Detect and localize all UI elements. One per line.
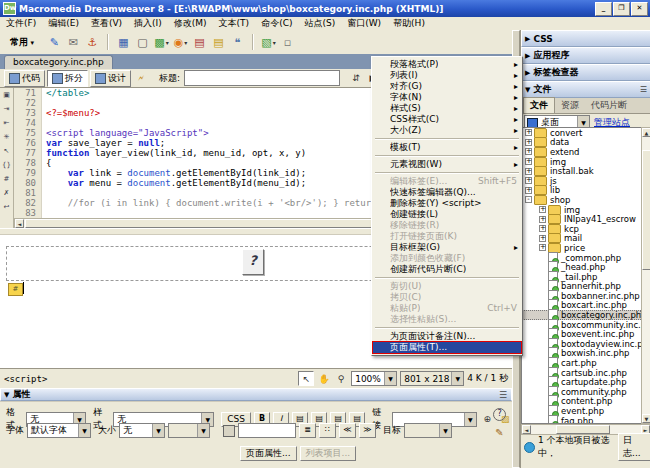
tree-item[interactable]: -shop — [522, 195, 641, 205]
expander-icon[interactable]: + — [525, 129, 532, 136]
tree-item[interactable]: _tail.php — [522, 272, 641, 282]
expander-icon[interactable]: + — [525, 168, 532, 175]
tree-item[interactable]: boxcommunity.inc.php — [522, 320, 641, 330]
context-menu-item[interactable]: 删除标签(Y) <script> — [373, 198, 521, 209]
restore-button[interactable]: ❐ — [613, 2, 630, 16]
tree-item[interactable]: cartupdate.php — [522, 377, 641, 387]
menubar-item[interactable]: 编辑(E) — [42, 17, 85, 30]
menubar-item[interactable]: 帮助(H) — [387, 17, 431, 30]
log-button[interactable]: 日志... — [618, 433, 650, 461]
tree-item[interactable]: cartsub.inc.php — [522, 368, 641, 378]
file-management-icon[interactable]: ⇵ — [348, 71, 364, 85]
panel-header-标签检查器[interactable]: ▶标签检查器 — [521, 64, 650, 81]
select-tool-icon[interactable]: ↖ — [298, 371, 314, 386]
context-menu-item[interactable]: 大小(Z) — [373, 125, 521, 136]
tag-selector[interactable]: <script> — [4, 374, 47, 384]
hyperlink-icon[interactable]: ✎ — [46, 34, 63, 51]
expander-icon[interactable]: + — [525, 177, 532, 184]
window-size-select[interactable]: 801 x 218▼ — [400, 371, 464, 386]
comment-icon[interactable]: ❝ — [229, 34, 246, 51]
tree-item[interactable]: community.php — [522, 387, 641, 397]
properties-header[interactable]: ▼ 属性 ☰ — [0, 388, 512, 401]
tree-vscrollbar[interactable]: ▲ ▼ — [641, 127, 650, 424]
context-menu-item[interactable]: 模板(T) — [373, 142, 521, 153]
scroll-left-icon[interactable]: ◄ — [522, 425, 531, 434]
menubar-item[interactable]: 命令(C) — [255, 17, 298, 30]
tree-item[interactable]: +img — [522, 157, 641, 167]
page-properties-button[interactable]: 页面属性... — [240, 446, 297, 461]
scroll-up-icon[interactable]: ▲ — [642, 128, 650, 137]
tree-item[interactable]: boxevent.inc.php — [522, 329, 641, 339]
context-menu-item[interactable]: 段落格式(P) — [373, 59, 521, 70]
code-view-button[interactable]: 代码 — [4, 70, 45, 87]
files-tab-3[interactable]: 代码片断 — [585, 98, 633, 113]
tree-item[interactable]: +price — [522, 243, 641, 253]
date-icon[interactable]: ▤ — [191, 34, 208, 51]
tree-item[interactable]: boxcategory.inc.php — [522, 310, 641, 320]
expander-icon[interactable]: + — [525, 187, 532, 194]
quick-tag-edit-icon[interactable]: ✎ — [495, 427, 503, 438]
expander-icon[interactable]: + — [539, 216, 546, 223]
outdent-button[interactable]: ≪ — [339, 423, 356, 438]
expander-icon[interactable]: + — [525, 148, 532, 155]
collapse-full-tag-icon[interactable]: ⇥ — [1, 104, 13, 115]
tree-item[interactable]: cart.php — [522, 358, 641, 368]
tree-item[interactable]: boxbanner.inc.php — [522, 291, 641, 301]
tree-item[interactable]: faq.php — [522, 416, 641, 424]
context-menu-item[interactable]: 列表(I) — [373, 70, 521, 81]
menubar-item[interactable]: 查看(V) — [85, 17, 128, 30]
unordered-list-button[interactable]: ∷ — [319, 423, 336, 438]
wrap-icon[interactable]: ↩ — [1, 202, 13, 213]
context-menu-item[interactable]: 为页面设计备注(N)... — [373, 331, 521, 342]
tree-item[interactable]: +install.bak — [522, 166, 641, 176]
context-menu-item[interactable]: CSS样式(C) — [373, 114, 521, 125]
scroll-left-icon[interactable]: ◄ — [15, 219, 24, 228]
dropdown-arrow-icon[interactable]: ▾ — [184, 39, 187, 46]
text-color-picker[interactable] — [223, 425, 235, 437]
close-button[interactable]: ✕ — [631, 2, 648, 16]
tree-item[interactable]: +kcp — [522, 224, 641, 234]
title-input[interactable] — [184, 70, 340, 86]
tree-item[interactable]: +js — [522, 176, 641, 186]
php-script-icon[interactable]: ? — [242, 249, 264, 275]
tree-item[interactable]: event.php — [522, 406, 641, 416]
panel-header-css[interactable]: ▶CSS — [521, 30, 650, 47]
expander-icon[interactable]: + — [539, 244, 546, 251]
tree-item[interactable]: +INIpay41_escrow — [522, 214, 641, 224]
tag-chooser-icon[interactable]: ▫ — [279, 34, 296, 51]
hand-tool-icon[interactable]: ✋ — [317, 372, 331, 385]
expander-icon[interactable]: + — [539, 206, 546, 213]
help-icon[interactable]: ? — [493, 408, 506, 421]
dropdown-arrow-icon[interactable]: ▾ — [166, 39, 169, 46]
tree-item[interactable]: +lib — [522, 186, 641, 196]
media-icon[interactable]: ◉▾ — [172, 34, 189, 51]
zoom-level-select[interactable]: 100%▼ — [351, 371, 397, 386]
color-value-input[interactable] — [238, 423, 296, 438]
tree-item[interactable]: +mail — [522, 234, 641, 244]
table-icon[interactable]: ▦ — [115, 34, 132, 51]
context-menu-item[interactable]: 创建新代码片断(C) — [373, 264, 521, 275]
open-documents-icon[interactable]: ▣ — [1, 90, 13, 101]
insert-category-dropdown[interactable]: 常用 — [6, 35, 38, 50]
split-view-button[interactable]: 拆分 — [47, 70, 88, 87]
expander-icon[interactable]: - — [525, 196, 532, 203]
expander-icon[interactable]: + — [539, 225, 546, 232]
script-marker-icon[interactable]: # — [8, 283, 23, 296]
tree-item[interactable]: +data — [522, 138, 641, 148]
server-include-icon[interactable]: ▤ — [210, 34, 227, 51]
design-view-button[interactable]: 设计 — [90, 70, 131, 87]
highlight-invalid-icon[interactable]: ✗ — [1, 188, 13, 199]
menubar-item[interactable]: 站点(S) — [298, 17, 341, 30]
context-menu-item[interactable]: 页面属性(T)... — [373, 342, 521, 353]
tree-item[interactable]: +extend — [522, 147, 641, 157]
indent-button[interactable]: ≫ — [359, 423, 376, 438]
image-icon[interactable]: ▩▾ — [153, 34, 170, 51]
menubar-item[interactable]: 插入(I) — [128, 17, 168, 30]
expander-icon[interactable]: + — [525, 158, 532, 165]
minimize-button[interactable]: _ — [595, 2, 612, 16]
tree-item[interactable]: boxcart.inc.php — [522, 301, 641, 311]
tree-item[interactable]: _common.php — [522, 253, 641, 263]
files-tab-1[interactable]: 文件 — [523, 97, 555, 113]
panel-header-应用程序[interactable]: ▶应用程序 — [521, 47, 650, 64]
select-parent-tag-icon[interactable]: ↖ — [1, 146, 13, 157]
